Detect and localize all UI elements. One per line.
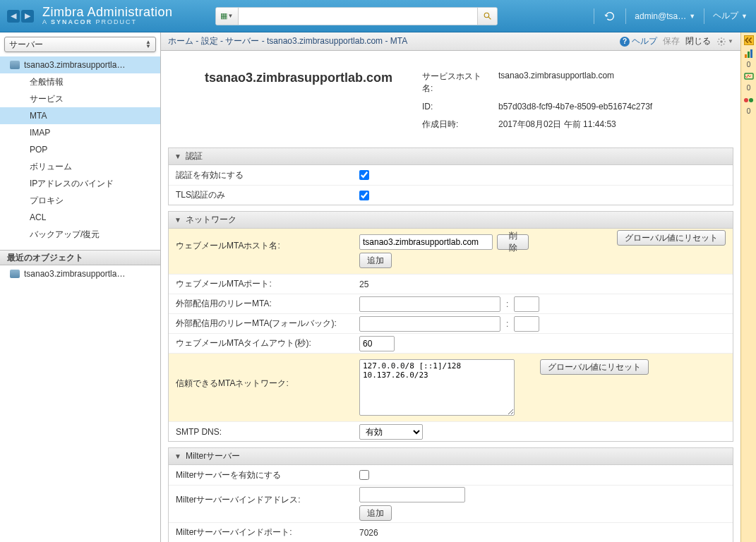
rail-chart-icon[interactable]: [743, 48, 755, 59]
webmail-host-input[interactable]: [359, 234, 493, 250]
header-help-menu[interactable]: ヘルプ ▼: [712, 10, 749, 22]
brand-title: Zimbra Administration: [42, 6, 173, 20]
summary-id-label: ID:: [422, 102, 486, 112]
chevron-left-icon: [745, 36, 753, 44]
search-button[interactable]: [477, 8, 497, 25]
sidebar-item-imap[interactable]: IMAP: [0, 124, 160, 141]
magnifier-icon: [483, 11, 492, 20]
milter-bindaddr-input[interactable]: [359, 487, 465, 502]
user-label: admin@tsa…: [635, 11, 686, 21]
trusted-networks-textarea[interactable]: [359, 359, 515, 416]
sidebar-item-backup[interactable]: バックアップ/復元: [0, 226, 160, 243]
header-right: admin@tsa… ▼ ヘルプ ▼: [588, 8, 749, 25]
collapse-icon: ▼: [174, 216, 181, 224]
brand-subtitle: A SYNACOR PRODUCT: [42, 19, 173, 26]
save-button[interactable]: 保存: [663, 35, 680, 47]
webmail-port-value: 25: [359, 279, 733, 289]
delete-button[interactable]: 削除: [497, 234, 529, 250]
relay-host-input[interactable]: [359, 296, 500, 312]
summary-host-label: サービスホスト名:: [422, 71, 486, 95]
reset-to-global-button-2[interactable]: グローバル値にリセット: [540, 359, 649, 375]
auth-tls-label: TLS認証のみ: [176, 189, 359, 201]
global-search: ▦ ▼: [215, 7, 498, 25]
breadcrumb: ホーム - 設定 - サーバー - tsanao3.zimbrasupportl…: [168, 35, 407, 47]
sidebar-item-label: サービス: [30, 93, 64, 105]
summary-created-label: 作成日時:: [422, 119, 486, 131]
sidebar-item-label: プロキシ: [30, 195, 64, 207]
rail-status-icon[interactable]: [743, 95, 755, 106]
collapse-icon: ▼: [174, 452, 181, 460]
sidebar-item-proxy[interactable]: プロキシ: [0, 192, 160, 209]
reset-to-global-button[interactable]: グローバル値にリセット: [617, 230, 726, 246]
nav-back-button[interactable]: ◀: [7, 10, 20, 23]
close-button[interactable]: 閉じる: [685, 35, 711, 47]
sidebar-item-label: IPアドレスのバインド: [30, 178, 114, 190]
svg-rect-3: [745, 54, 747, 58]
trusted-label: 信頼できるMTAネットワーク:: [176, 355, 359, 390]
timeout-input[interactable]: [359, 336, 395, 351]
rail-monitor-icon[interactable]: [743, 71, 755, 83]
sidebar-item-general[interactable]: 全般情報: [0, 73, 160, 90]
sidebar-item-label: MTA: [30, 111, 47, 121]
sidebar-item-label: ACL: [30, 212, 46, 222]
smtpdns-label: SMTP DNS:: [176, 427, 359, 437]
relay-label: 外部配信用のリレーMTA:: [176, 298, 359, 310]
refresh-icon: [604, 11, 616, 22]
section-title: Milterサーバー: [186, 450, 240, 462]
search-input[interactable]: [239, 11, 477, 21]
sidebar-item-services[interactable]: サービス: [0, 90, 160, 107]
sidebar-item-ipbind[interactable]: IPアドレスのバインド: [0, 175, 160, 192]
timeout-label: ウェブメールMTAタイムアウト(秒):: [176, 337, 359, 349]
right-rail: 0 0 0: [740, 32, 756, 542]
help-label: ヘルプ: [713, 10, 738, 22]
app-header: ◀ ▶ Zimbra Administration A SYNACOR PROD…: [0, 0, 756, 32]
content: ホーム - 設定 - サーバー - tsanao3.zimbrasupportl…: [161, 32, 740, 542]
sidebar-item-volume[interactable]: ボリューム: [0, 158, 160, 175]
add-button[interactable]: 追加: [359, 253, 392, 268]
sidebar-item-label: ボリューム: [30, 161, 72, 173]
server-icon: [10, 270, 20, 278]
recent-item[interactable]: tsanao3.zimbrasupportla…: [0, 265, 160, 282]
milter-enable-checkbox[interactable]: [359, 470, 369, 480]
green-dot-icon: [749, 98, 753, 102]
user-menu[interactable]: admin@tsa… ▼: [633, 11, 697, 21]
help-link[interactable]: ? ヘルプ: [620, 35, 657, 47]
smtpdns-select[interactable]: 有効: [359, 424, 423, 440]
chevron-down-icon: ▼: [689, 13, 695, 20]
section-title: ネットワーク: [186, 214, 236, 226]
section-header-network[interactable]: ▼ ネットワーク: [169, 212, 733, 229]
rail-collapse-button[interactable]: [744, 35, 754, 45]
add-button[interactable]: 追加: [359, 505, 392, 521]
sidebar-scope-selector[interactable]: サーバー ▲▼: [4, 37, 156, 52]
auth-tls-checkbox[interactable]: [359, 191, 369, 200]
main-layout: サーバー ▲▼ tsanao3.zimbrasupportla… 全般情報 サー…: [0, 32, 756, 542]
search-category-button[interactable]: ▦ ▼: [216, 8, 239, 25]
sidebar-item-server[interactable]: tsanao3.zimbrasupportla…: [0, 56, 160, 73]
relay-fb-port-input[interactable]: [514, 316, 539, 332]
sidebar-item-label: tsanao3.zimbrasupportla…: [24, 60, 125, 70]
gear-icon: [716, 37, 726, 47]
refresh-button[interactable]: [601, 8, 618, 25]
auth-enable-checkbox[interactable]: [359, 170, 369, 180]
sidebar-item-mta[interactable]: MTA: [0, 107, 160, 124]
relay-fb-host-input[interactable]: [359, 316, 500, 332]
section-milter: ▼ Milterサーバー Milterサーバーを有効にする Milterサーバー…: [168, 447, 733, 542]
recent-item-label: tsanao3.zimbrasupportla…: [24, 269, 125, 279]
relay-fb-label: 外部配信用のリレーMTA(フォールバック):: [176, 318, 359, 330]
sidebar: サーバー ▲▼ tsanao3.zimbrasupportla… 全般情報 サー…: [0, 32, 161, 542]
help-icon: ?: [620, 37, 630, 47]
chevron-down-icon: ▼: [741, 13, 748, 20]
section-header-milter[interactable]: ▼ Milterサーバー: [169, 448, 733, 465]
section-network: ▼ ネットワーク ウェブメールMTAホスト名: 削除 追加 グローバル値にリセッ…: [168, 211, 733, 442]
section-header-auth[interactable]: ▼ 認証: [169, 148, 733, 165]
brand: Zimbra Administration A SYNACOR PRODUCT: [42, 6, 173, 27]
list-icon: ▦: [220, 11, 227, 20]
nav-forward-button[interactable]: ▶: [21, 10, 34, 23]
page-title: tsanao3.zimbrasupportlab.com: [175, 71, 422, 85]
sidebar-item-acl[interactable]: ACL: [0, 209, 160, 226]
rail-count-2: 0: [747, 84, 751, 92]
relay-port-input[interactable]: [514, 296, 539, 312]
settings-menu[interactable]: ▼: [716, 37, 733, 47]
sidebar-item-pop[interactable]: POP: [0, 141, 160, 158]
chevron-down-icon: ▼: [228, 13, 234, 19]
